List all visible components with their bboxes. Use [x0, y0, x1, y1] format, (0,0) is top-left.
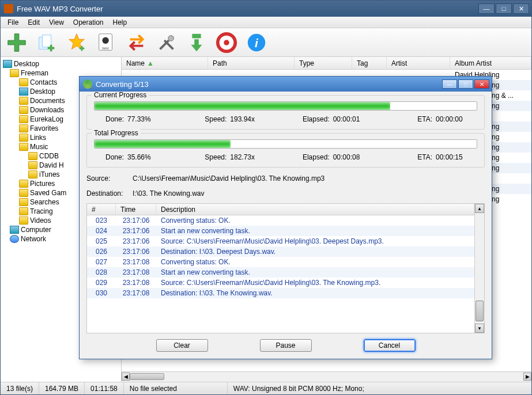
current-elapsed-value: 00:00:01 — [333, 115, 375, 123]
scroll-down-icon[interactable]: ▼ — [475, 324, 484, 333]
tree-label: Freeman — [21, 69, 48, 77]
destination-path: I:\03. The Knowing.wav — [133, 189, 205, 198]
log-col-desc[interactable]: Description — [156, 204, 474, 215]
scroll-left-icon[interactable]: ◀ — [122, 373, 130, 381]
folder-icon — [28, 152, 37, 160]
svg-rect-6 — [192, 33, 201, 38]
label-destination: Destination: — [86, 189, 133, 198]
main-window: Free WAV MP3 Converter — □ ✕ File Edit V… — [0, 0, 532, 395]
log-time: 23:17:08 — [116, 289, 156, 297]
info-button[interactable]: i — [244, 30, 269, 55]
tree-label: Saved Gam — [30, 189, 66, 197]
log-scrollbar[interactable]: ▲ ▼ — [474, 204, 484, 333]
favorites-button[interactable] — [64, 30, 89, 55]
scroll-up-icon[interactable]: ▲ — [475, 204, 484, 213]
net-icon — [10, 235, 19, 243]
monitor-icon — [19, 88, 28, 96]
folder-icon — [28, 170, 37, 178]
col-album-artist[interactable]: Album Artist — [450, 57, 531, 69]
log-time: 23:17:08 — [116, 279, 156, 287]
col-tag[interactable]: Tag — [352, 57, 387, 69]
log-time: 23:17:06 — [116, 227, 156, 235]
total-progress-group: Total Progress Done: 35.66% Speed: 182.7… — [86, 133, 485, 168]
app-icon — [4, 4, 13, 13]
label-speed: Speed: — [197, 115, 227, 123]
log-col-time[interactable]: Time — [116, 204, 156, 215]
pause-button[interactable]: Pause — [260, 339, 312, 352]
col-name[interactable]: Name ▲ — [122, 57, 208, 69]
log-time: 23:17:08 — [116, 268, 156, 276]
svg-point-8 — [224, 40, 229, 45]
log-desc: Converting status: OK. — [156, 217, 474, 225]
menu-operation[interactable]: Operation — [69, 17, 108, 28]
help-button[interactable] — [214, 30, 239, 55]
log-row[interactable]: 02823:17:08Start an new converting task. — [87, 267, 474, 278]
horizontal-scrollbar[interactable]: ◀ ▶ — [122, 371, 531, 382]
log-time: 23:17:06 — [116, 248, 156, 256]
total-done-value: 35.66% — [127, 153, 169, 161]
converting-dialog: Converting 5/13 — □ ✕ Current Progress D… — [79, 76, 492, 359]
menu-file[interactable]: File — [3, 17, 23, 28]
current-eta-value: 00:00:00 — [436, 115, 477, 123]
log-row[interactable]: 03023:17:08Destination: I:\03. The Knowi… — [87, 288, 474, 298]
log-rows[interactable]: 02323:17:06Converting status: OK.02423:1… — [87, 215, 474, 333]
dialog-close-button[interactable]: ✕ — [474, 79, 489, 89]
scroll-thumb[interactable] — [130, 373, 164, 380]
add-files-button[interactable] — [4, 30, 29, 55]
col-type[interactable]: Type — [295, 57, 352, 69]
label-speed: Speed: — [197, 153, 227, 161]
dialog-minimize-button[interactable]: — — [442, 79, 457, 89]
col-path[interactable]: Path — [208, 57, 295, 69]
log-num: 028 — [87, 268, 116, 276]
minimize-button[interactable]: — — [478, 3, 495, 14]
label-eta: ETA: — [402, 153, 432, 161]
scroll-thumb[interactable] — [476, 301, 484, 321]
current-progress-bar — [94, 101, 477, 111]
log-row[interactable]: 02323:17:06Converting status: OK. — [87, 215, 474, 226]
list-header: Name ▲ Path Type Tag Artist Album Artist — [122, 57, 531, 70]
tree-node[interactable]: Desktop — [2, 59, 120, 69]
add-folder-button[interactable] — [34, 30, 59, 55]
toolbar: WAV i — [1, 28, 531, 57]
status-duration: 01:11:58 — [85, 382, 124, 394]
folder-icon — [19, 134, 28, 142]
log-row[interactable]: 02923:17:08Source: C:\Users\Freeman\Musi… — [87, 278, 474, 288]
folder-icon — [19, 207, 28, 215]
svg-text:WAV: WAV — [102, 47, 110, 50]
log-num: 027 — [87, 258, 116, 266]
tree-label: Desktop — [14, 60, 39, 68]
log-desc: Converting status: OK. — [156, 258, 474, 266]
current-done-value: 77.33% — [127, 115, 169, 123]
log-num: 024 — [87, 227, 116, 235]
close-button[interactable]: ✕ — [513, 3, 529, 14]
scroll-right-icon[interactable]: ▶ — [523, 373, 531, 381]
log-row[interactable]: 02523:17:06Source: C:\Users\Freeman\Musi… — [87, 236, 474, 246]
log-row[interactable]: 02423:17:06Start an new converting task. — [87, 226, 474, 236]
cancel-button[interactable]: Cancel — [364, 339, 416, 352]
col-artist[interactable]: Artist — [387, 57, 450, 69]
download-button[interactable] — [184, 30, 209, 55]
log-row[interactable]: 02723:17:08Converting status: OK. — [87, 257, 474, 267]
clear-button[interactable]: Clear — [156, 339, 208, 352]
log-col-num[interactable]: # — [87, 204, 116, 215]
current-speed-value: 193.94x — [230, 115, 271, 123]
menu-view[interactable]: View — [44, 17, 69, 28]
label-elapsed: Elapsed: — [300, 115, 330, 123]
log-desc: Start an new converting task. — [156, 268, 474, 276]
label-eta: ETA: — [402, 115, 432, 123]
dialog-maximize-button[interactable]: □ — [458, 79, 473, 89]
tree-label: Music — [30, 143, 48, 151]
monitor-icon — [10, 226, 19, 234]
maximize-button[interactable]: □ — [496, 3, 512, 14]
convert-button[interactable] — [124, 30, 149, 55]
svg-point-3 — [102, 37, 108, 43]
menu-edit[interactable]: Edit — [23, 17, 44, 28]
settings-button[interactable] — [154, 30, 179, 55]
format-wav-button[interactable]: WAV — [94, 30, 119, 55]
current-progress-title: Current Progress — [92, 92, 149, 99]
folder-icon — [19, 217, 28, 225]
menu-help[interactable]: Help — [108, 17, 132, 28]
log-time: 23:17:06 — [116, 237, 156, 245]
log-row[interactable]: 02623:17:06Destination: I:\03. Deepest D… — [87, 246, 474, 257]
folder-icon — [19, 115, 28, 123]
